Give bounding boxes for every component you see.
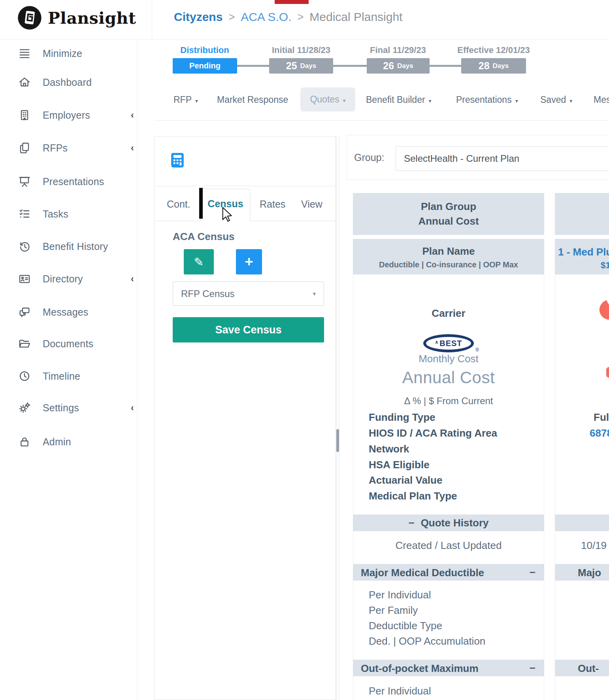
black-divider-bar (199, 188, 203, 219)
created-updated-label: Created / Last Updated (353, 539, 544, 552)
plansight-app: Plansight Cityzens > ACA S.O. > Medical … (0, 0, 609, 700)
chevron-left-icon: ‹ (131, 274, 134, 284)
copy-icon (18, 142, 32, 154)
sidebar-item-minimize[interactable]: Minimize (0, 44, 137, 62)
major-medical-deductible-header[interactable]: Major Medical Deductible − (353, 564, 544, 581)
history-icon (18, 240, 32, 253)
sidebar-divider (137, 40, 138, 700)
stepper-connector (333, 65, 367, 67)
plan-name-header: Plan Name Deductible | Co-insurance | OO… (353, 239, 544, 274)
group-select[interactable]: SelectHealth - Current Plan (396, 146, 609, 171)
quote-history-section-header[interactable]: − Quote History (353, 515, 544, 531)
sidebar-item-settings[interactable]: Settings ‹ (0, 399, 137, 417)
actuarial-value-label: Actuarial Value (369, 474, 442, 486)
sidebar-item-dashboard[interactable]: Dashboard (0, 73, 137, 91)
oop-maximum-header[interactable]: Out-of-pocket Maximum − (353, 660, 544, 676)
plan2-hios-link[interactable]: 68781U (590, 427, 609, 439)
panel-divider (155, 186, 336, 186)
hsa-eligible-label: HSA Eligible (369, 459, 430, 471)
nav-divider (154, 120, 609, 121)
plus-icon: + (245, 254, 253, 270)
plan2-title[interactable]: 1 - Med Plu (558, 246, 609, 258)
stepper-badge-effective-days[interactable]: 28 Days (461, 58, 526, 74)
panel-scrollbar-thumb[interactable] (336, 429, 339, 452)
stepper-label-distribution: Distribution (180, 45, 229, 55)
group-bar: Group: SelectHealth - Current Plan (347, 135, 609, 180)
sidebar-item-employers[interactable]: Employers ‹ (0, 106, 137, 124)
nav-saved[interactable]: Saved ▾ (540, 90, 572, 109)
chevron-left-icon: ‹ (131, 143, 134, 153)
chevron-down-icon: ▾ (343, 97, 346, 104)
sidebar-item-documents[interactable]: Documents (0, 335, 137, 353)
add-census-button[interactable]: + (236, 249, 262, 274)
funding-type-label: Funding Type (369, 411, 436, 424)
breadcrumb: Cityzens > ACA S.O. > Medical Plansight (174, 10, 402, 24)
save-census-button[interactable]: Save Census (173, 317, 324, 342)
sidebar-item-directory[interactable]: Directory ‹ (0, 270, 137, 288)
per-individual-label: Per Individual (369, 685, 431, 697)
panel-scrollbar-track[interactable] (336, 136, 339, 700)
stepper-label-final: Final 11/29/23 (370, 45, 426, 55)
carrier-label: Carrier (353, 307, 544, 320)
nav-quotes-selected[interactable]: Quotes ▾ (300, 87, 355, 112)
stepper-badge-final-days[interactable]: 26 Days (367, 58, 430, 74)
sidebar-item-messages[interactable]: Messages (0, 303, 137, 321)
plan2-created-value: 10/19 (581, 539, 607, 552)
nav-rfp[interactable]: RFP ▾ (173, 90, 198, 109)
menu-icon (18, 47, 32, 60)
header-divider (0, 40, 609, 40)
pencil-icon: ✎ (194, 255, 204, 269)
folder-open-icon (18, 337, 32, 350)
sidebar-item-tasks[interactable]: Tasks (0, 205, 137, 223)
census-select[interactable]: RFP Census ▾ (173, 282, 324, 306)
sidebar-item-benefit-history[interactable]: Benefit History (0, 237, 137, 255)
delta-from-current-label: Δ % | $ From Current (353, 395, 544, 407)
breadcrumb-separator: > (228, 11, 235, 23)
sidebar-item-admin[interactable]: Admin (0, 433, 137, 451)
plan2-oop-section (555, 676, 609, 700)
tab-rates[interactable]: Rates (260, 199, 285, 210)
plansight-logo-icon[interactable] (17, 5, 42, 32)
edit-census-button[interactable]: ✎ (184, 249, 214, 274)
stepper-label-effective: Effective 12/01/23 (457, 45, 530, 55)
chevron-down-icon: ▾ (515, 98, 518, 104)
deductible-type-label: Deductible Type (369, 620, 442, 632)
plan-group-header: Plan Group Annual Cost (353, 193, 544, 235)
checklist-icon (18, 208, 32, 220)
breadcrumb-rfp-link[interactable]: ACA S.O. (241, 10, 291, 24)
chat-icon (18, 306, 32, 318)
ded-oop-accumulation-label: Ded. | OOP Accumulation (369, 635, 485, 647)
tab-cont[interactable]: Cont. (167, 199, 190, 210)
collapse-minus-icon[interactable]: − (530, 566, 535, 579)
building-icon (18, 109, 32, 121)
annual-cost-label: Annual Cost (353, 368, 544, 387)
medical-plan-type-label: Medical Plan Type (369, 490, 457, 502)
home-icon (18, 76, 32, 89)
tab-view[interactable]: View (301, 199, 322, 210)
id-card-icon (18, 272, 32, 285)
chevron-down-icon: ▾ (195, 98, 198, 104)
top-red-bar (275, 0, 309, 4)
nav-benefit-builder[interactable]: Benefit Builder ▾ (366, 90, 432, 109)
stepper-label-initial: Initial 11/28/23 (272, 45, 330, 55)
breadcrumb-current-page: Medical Plansight (309, 10, 402, 24)
plan2-funding-value: Fully (594, 411, 609, 424)
chevron-down-icon: ▾ (429, 98, 432, 104)
carrier-logo-partial (606, 367, 609, 378)
registered-mark: ® (475, 347, 479, 353)
collapse-minus-icon[interactable]: − (530, 662, 535, 674)
plan2-oop-header: Out- (555, 660, 609, 676)
breadcrumb-employer-link[interactable]: Cityzens (174, 10, 222, 24)
stepper-badge-pending[interactable]: Pending (173, 58, 237, 74)
lock-icon (18, 435, 32, 448)
sidebar-item-presentations[interactable]: Presentations (0, 172, 137, 191)
nav-presentations[interactable]: Presentations ▾ (456, 90, 518, 109)
sidebar-item-rfps[interactable]: RFPs ‹ (0, 139, 137, 157)
calculator-icon[interactable] (169, 151, 186, 170)
sidebar-item-timeline[interactable]: Timeline (0, 367, 137, 385)
stepper-badge-initial-days[interactable]: 25 Days (269, 58, 333, 74)
nav-market-response[interactable]: Market Response (217, 90, 288, 109)
group-label: Group: (354, 152, 384, 163)
nav-messages-clipped[interactable]: Mes (594, 90, 609, 109)
collapse-minus-icon[interactable]: − (408, 517, 414, 529)
